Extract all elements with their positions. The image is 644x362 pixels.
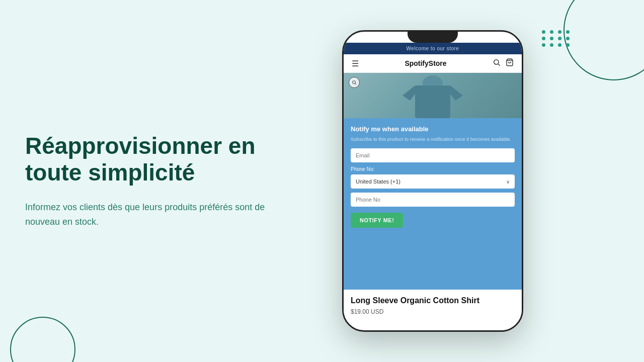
phone-select-wrapper: United States (+1) United Kingdom (+44) … — [351, 174, 515, 189]
phone-label: Phone No: — [351, 166, 515, 172]
dot — [566, 37, 570, 40]
shirt-svg — [403, 73, 463, 118]
zoom-icon[interactable] — [349, 77, 360, 88]
phone-navbar: ☰ SpotifyStore — [344, 54, 522, 73]
notify-title: Notify me when available — [351, 125, 515, 133]
svg-line-8 — [355, 83, 356, 84]
dot — [558, 37, 561, 40]
decorative-circle-bottom-left — [10, 317, 75, 362]
dot — [558, 43, 561, 47]
dot — [550, 30, 553, 34]
country-select[interactable]: United States (+1) United Kingdom (+44) … — [351, 174, 515, 189]
product-info: Long Sleeve Organic Cotton Shirt $19.00 … — [344, 290, 522, 319]
svg-point-0 — [494, 60, 499, 64]
product-image-area — [344, 73, 522, 118]
dot — [550, 37, 553, 40]
notify-description: Subscribe to this product to receive a n… — [351, 136, 515, 142]
dot — [566, 30, 570, 34]
welcome-bar: Welcome to our store — [344, 43, 522, 54]
cart-icon[interactable] — [506, 58, 514, 68]
hamburger-icon[interactable]: ☰ — [352, 59, 359, 68]
dot — [566, 43, 570, 47]
svg-point-7 — [353, 81, 356, 84]
store-name: SpotifyStore — [405, 59, 446, 67]
left-content: Réapprovisionner en toute simplicité Inf… — [25, 133, 287, 229]
dot — [558, 30, 561, 34]
svg-line-1 — [498, 64, 500, 66]
phone-mockup: Welcome to our store ☰ SpotifyStore — [342, 30, 523, 332]
phone-content: Welcome to our store ☰ SpotifyStore — [344, 32, 522, 319]
notify-button[interactable]: NOTIFY ME! — [351, 213, 403, 228]
notify-panel: Notify me when available Subscribe to th… — [344, 118, 522, 290]
dot — [550, 43, 553, 47]
search-icon[interactable] — [493, 58, 501, 68]
subtitle-text: Informez vos clients dès que leurs produ… — [25, 200, 287, 229]
navbar-icons — [493, 58, 514, 68]
email-input[interactable] — [351, 148, 515, 162]
product-name: Long Sleeve Organic Cotton Shirt — [351, 296, 515, 306]
product-price: $19.00 USD — [351, 308, 515, 315]
main-heading: Réapprovisionner en toute simplicité — [25, 133, 287, 186]
decorative-dots — [542, 30, 571, 47]
phone-notch — [408, 32, 458, 43]
phone-frame: Welcome to our store ☰ SpotifyStore — [342, 30, 523, 332]
dot — [542, 30, 545, 34]
phone-number-input[interactable] — [351, 193, 515, 207]
product-image — [344, 73, 522, 118]
svg-rect-4 — [415, 85, 450, 118]
dot — [542, 43, 545, 47]
decorative-circle-top-right — [564, 0, 644, 80]
dot — [542, 37, 545, 40]
